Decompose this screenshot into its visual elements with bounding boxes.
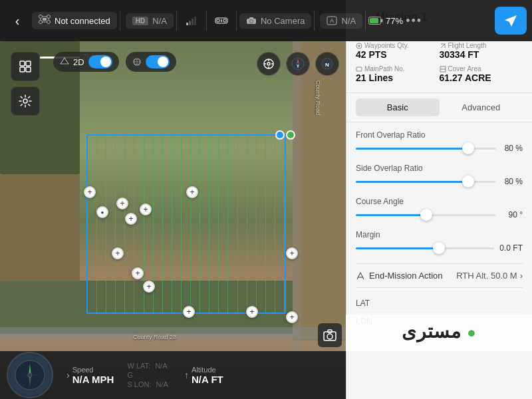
- g-key: G: [127, 371, 133, 379]
- fly-button[interactable]: [495, 7, 527, 35]
- svg-point-54: [28, 373, 32, 377]
- survey-line: [182, 136, 191, 313]
- road-vertical: [293, 41, 301, 351]
- waypoint-11[interactable]: +: [183, 306, 195, 318]
- waypoint-1[interactable]: +: [84, 186, 96, 198]
- topbar: ‹ Not connected HD N/A: [0, 0, 532, 41]
- back-button[interactable]: ‹: [5, 9, 29, 33]
- side-overlap-fill: [356, 181, 468, 183]
- speed-value: N/A MPH: [72, 374, 114, 385]
- survey-line: [191, 136, 200, 313]
- mission-markers: [275, 130, 295, 140]
- front-overlap-track[interactable]: [356, 148, 496, 150]
- svg-point-3: [47, 21, 51, 24]
- separator-4: [236, 11, 237, 31]
- separator-1: [120, 11, 120, 31]
- front-overlap-label: Front Overlap Ratio: [356, 130, 523, 140]
- drone-icon: [39, 15, 51, 27]
- speed-item: › Speed N/A MPH: [66, 366, 114, 385]
- terrain-toggle[interactable]: [126, 52, 176, 72]
- w-key: W LAT:: [127, 362, 150, 370]
- waypoint-8[interactable]: +: [132, 267, 144, 279]
- svg-rect-45: [356, 67, 362, 71]
- settings-button[interactable]: [11, 86, 40, 116]
- end-mission-row[interactable]: End-Mission Action RTH Alt. 50.0 M ›: [356, 263, 523, 287]
- waypoint-10[interactable]: +: [286, 247, 298, 259]
- svg-point-56: [327, 334, 332, 339]
- svg-point-0: [39, 15, 43, 19]
- layers-button[interactable]: [11, 52, 40, 81]
- waypoint-12[interactable]: +: [246, 306, 258, 318]
- survey-line: [200, 136, 209, 313]
- status-section: › Speed N/A MPH W LAT: N/A G S LON: N/A: [60, 362, 230, 388]
- waypoint-9[interactable]: +: [143, 281, 155, 293]
- separator-2: [176, 11, 177, 31]
- svg-rect-19: [249, 17, 253, 19]
- cover-area-value: 61.27 ACRE: [440, 72, 523, 83]
- lat-row: LAT: [356, 295, 523, 313]
- course-angle-row: 90 °: [356, 210, 523, 219]
- side-overlap-track[interactable]: [356, 181, 496, 183]
- waypoint-13[interactable]: +: [286, 311, 298, 323]
- camera-label: No Camera: [261, 16, 305, 26]
- lon-display-value: N/A: [156, 380, 168, 388]
- survey-line: [116, 136, 125, 313]
- waypoint-6[interactable]: +: [112, 247, 124, 259]
- survey-line: [172, 136, 182, 313]
- marker-green: [286, 130, 295, 140]
- rc-button[interactable]: [209, 9, 233, 33]
- tab-basic[interactable]: Basic: [356, 98, 440, 116]
- course-angle-thumb: [420, 209, 432, 221]
- 2d-toggle[interactable]: 2D: [53, 52, 119, 72]
- waypoint-4[interactable]: +: [125, 213, 137, 225]
- camera-group[interactable]: No Camera: [239, 13, 311, 29]
- hd-value: N/A: [152, 16, 167, 26]
- side-overlap-value: 80 %: [501, 177, 523, 186]
- tab-advanced[interactable]: Advanced: [440, 98, 523, 116]
- margin-section: Margin 0.0 FT: [356, 230, 523, 253]
- survey-line: [209, 136, 219, 313]
- watermark-text: مسترى •: [402, 320, 476, 346]
- compass-circle: [7, 352, 53, 398]
- lat-lon-display: W LAT: N/A G S LON: N/A: [127, 362, 170, 388]
- altitude-value: N/A FT: [192, 374, 223, 385]
- screenshot-button[interactable]: [318, 323, 342, 347]
- waypoint-2[interactable]: ●: [96, 206, 108, 218]
- course-angle-fill: [356, 214, 426, 216]
- altitude-item: ↑ Altitude N/A FT: [184, 366, 223, 385]
- front-overlap-thumb: [462, 142, 474, 154]
- lat-line: W LAT: N/A: [127, 362, 170, 370]
- margin-track[interactable]: [356, 247, 494, 249]
- course-angle-track[interactable]: [356, 214, 496, 216]
- target-button[interactable]: [257, 52, 281, 76]
- mission-area[interactable]: [86, 134, 286, 314]
- survey-line: [247, 136, 257, 313]
- waypoint-7[interactable]: +: [186, 186, 198, 198]
- svg-rect-25: [20, 61, 25, 66]
- terrain-toggle-pill[interactable]: [146, 55, 170, 68]
- svg-rect-26: [26, 61, 31, 66]
- end-mission-value[interactable]: RTH Alt. 50.0 M ›: [456, 271, 523, 281]
- watermark: مسترى •: [346, 315, 532, 351]
- front-overlap-row: 80 %: [356, 144, 523, 153]
- g-line: G: [127, 371, 170, 379]
- margin-label: Margin: [356, 230, 523, 239]
- survey-line: [275, 136, 285, 313]
- front-overlap-section: Front Overlap Ratio 80 %: [356, 130, 523, 153]
- signal-button[interactable]: [180, 9, 203, 33]
- map-compass-controls: N N: [257, 52, 339, 76]
- margin-row: 0.0 FT: [356, 243, 523, 253]
- more-button[interactable]: •••: [406, 14, 422, 28]
- svg-rect-28: [26, 67, 31, 72]
- map-top-controls: 2D: [53, 52, 176, 72]
- 2d-toggle-pill[interactable]: [88, 55, 112, 68]
- end-mission-label: End-Mission Action: [356, 271, 443, 281]
- waypoint-5[interactable]: +: [140, 203, 152, 215]
- waypoint-3[interactable]: +: [116, 198, 128, 209]
- marker-blue: [275, 130, 285, 140]
- compass-button[interactable]: N: [286, 52, 310, 76]
- lon-line: S LON: N/A: [127, 380, 170, 388]
- north-button[interactable]: N: [315, 52, 339, 76]
- svg-rect-9: [186, 23, 188, 25]
- front-overlap-fill: [356, 148, 468, 150]
